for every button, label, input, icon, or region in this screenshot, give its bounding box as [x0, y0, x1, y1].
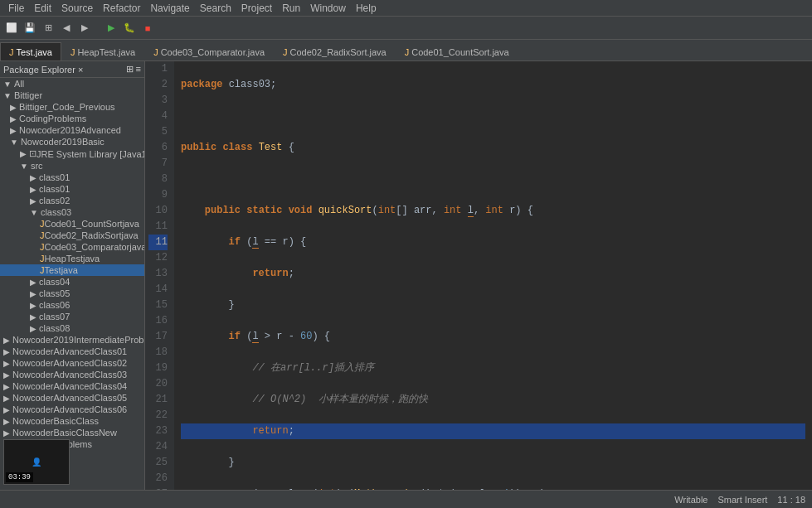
tree-class01a[interactable]: ▶ class01	[0, 172, 144, 183]
tree-nowcoder-advanced[interactable]: ▶ Nowcoder2019Advanced	[0, 124, 144, 136]
tree-class01b[interactable]: ▶ class01	[0, 183, 144, 195]
code-container[interactable]: 1 2 3 4 5 6 7 8 9 10 11 11 12 13 14 15 1…	[145, 61, 812, 490]
toolbar-run[interactable]: ▶	[103, 20, 119, 36]
tree-adv03[interactable]: ▶ NowcoderAdvancedClass03	[0, 369, 144, 380]
menu-help[interactable]: Help	[351, 2, 382, 14]
tree-code03[interactable]: J Code03_Comparatorjava	[0, 241, 144, 253]
tree-test-java[interactable]: J Testjava	[0, 264, 144, 276]
toolbar-stop[interactable]: ■	[139, 20, 156, 36]
toolbar-forward[interactable]: ▶	[76, 20, 93, 36]
toolbar-save[interactable]: 💾	[22, 20, 38, 36]
sidebar-title: Package Explorer ×	[3, 65, 83, 75]
tree-nowcoder-basic[interactable]: ▼ Nowcoder2019Basic	[0, 136, 144, 148]
toolbar-save-all[interactable]: ⊞	[40, 20, 56, 36]
tree-basic-new[interactable]: ▶ NowcoderBasicClassNew	[0, 427, 144, 438]
tab-count[interactable]: J Code01_CountSort.java	[396, 42, 518, 60]
tree-src[interactable]: ▼ src	[0, 160, 144, 172]
sidebar-controls: ⊞ ≡	[126, 64, 141, 75]
sidebar-header: Package Explorer × ⊞ ≡	[0, 61, 144, 78]
toolbar-new[interactable]: ⬜	[3, 20, 20, 36]
tree-class08[interactable]: ▶ class08	[0, 322, 144, 334]
tree-adv05[interactable]: ▶ NowcoderAdvancedClass05	[0, 392, 144, 404]
video-content: 👤	[32, 457, 41, 467]
toolbar-debug[interactable]: 🐛	[121, 20, 138, 36]
code-text[interactable]: package class03; public class Test { pub…	[174, 61, 812, 490]
menu-window[interactable]: Window	[305, 2, 351, 14]
tree-class07[interactable]: ▶ class07	[0, 311, 144, 322]
status-position: 11 : 18	[777, 495, 805, 505]
tab-comparator[interactable]: J Code03_Comparator.java	[144, 42, 274, 60]
video-timer: 03:39	[6, 472, 33, 482]
video-overlay: 👤 03:39	[3, 439, 70, 485]
editor-area: 1 2 3 4 5 6 7 8 9 10 11 11 12 13 14 15 1…	[145, 61, 812, 490]
tree-jre[interactable]: ▶ ⊡ JRE System Library [Java1.1.8]	[0, 148, 144, 160]
menu-search[interactable]: Search	[195, 2, 236, 14]
tree-basic[interactable]: ▶ NowcoderBasicClass	[0, 415, 144, 427]
tree-class06[interactable]: ▶ class06	[0, 299, 144, 311]
tree-class03[interactable]: ▼ class03	[0, 206, 144, 218]
tree-intermediate[interactable]: ▶ Nowcoder2019IntermediateProblems	[0, 334, 144, 346]
tree-all[interactable]: ▼ All	[0, 78, 144, 90]
tab-radix[interactable]: J Code02_RadixSort.java	[274, 42, 396, 60]
tree-heap[interactable]: J HeapTestjava	[0, 253, 144, 264]
tree-code02[interactable]: J Code02_RadixSortjava	[0, 230, 144, 241]
status-mode: Smart Insert	[717, 495, 767, 505]
tree-code-prev[interactable]: ▶ Bittiger_Code_Previous	[0, 101, 144, 113]
menu-project[interactable]: Project	[236, 2, 277, 14]
toolbar-back[interactable]: ◀	[58, 20, 75, 36]
tree-adv02[interactable]: ▶ NowcoderAdvancedClass02	[0, 357, 144, 369]
menu-bar: File Edit Source Refactor Navigate Searc…	[0, 0, 812, 17]
menu-edit[interactable]: Edit	[29, 2, 56, 14]
tree-adv04[interactable]: ▶ NowcoderAdvancedClass04	[0, 380, 144, 392]
line-numbers: 1 2 3 4 5 6 7 8 9 10 11 11 12 13 14 15 1…	[145, 61, 174, 490]
menu-run[interactable]: Run	[277, 2, 305, 14]
menu-source[interactable]: Source	[56, 2, 98, 14]
tree-code01[interactable]: J Code01_CountSortjava	[0, 218, 144, 230]
tab-heap-test[interactable]: J HeapTest.java	[61, 42, 144, 60]
tab-bar: J Test.java J HeapTest.java J Code03_Com…	[0, 40, 812, 61]
tree-class05[interactable]: ▶ class05	[0, 288, 144, 299]
menu-navigate[interactable]: Navigate	[145, 2, 194, 14]
tree-coding-problems[interactable]: ▶ CodingProblems	[0, 113, 144, 124]
tree-adv01[interactable]: ▶ NowcoderAdvancedClass01	[0, 346, 144, 357]
main-layout: Package Explorer × ⊞ ≡ ▼ All ▼ Bittiger …	[0, 61, 812, 490]
toolbar: ⬜ 💾 ⊞ ◀ ▶ ▶ 🐛 ■	[0, 17, 812, 40]
status-bar: Writable Smart Insert 11 : 18	[0, 490, 812, 508]
tab-test-java[interactable]: J Test.java	[0, 42, 61, 60]
tree-class02[interactable]: ▶ class02	[0, 195, 144, 206]
tree-bittiger[interactable]: ▼ Bittiger	[0, 90, 144, 101]
status-writable: Writable	[674, 495, 707, 505]
tree-adv06[interactable]: ▶ NowcoderAdvancedClass06	[0, 404, 144, 415]
tree-class04[interactable]: ▶ class04	[0, 276, 144, 288]
menu-file[interactable]: File	[3, 2, 29, 14]
menu-refactor[interactable]: Refactor	[98, 2, 145, 14]
sidebar: Package Explorer × ⊞ ≡ ▼ All ▼ Bittiger …	[0, 61, 145, 490]
